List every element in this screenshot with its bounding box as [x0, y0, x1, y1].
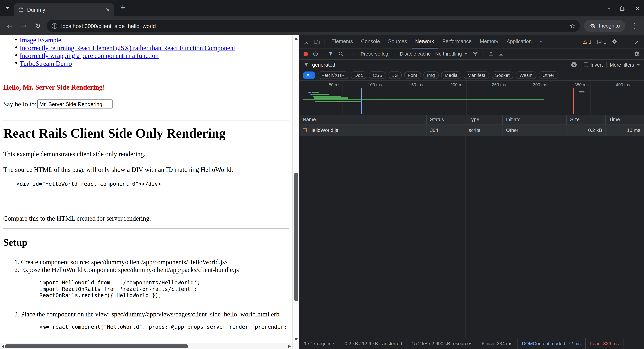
- filter-toggle-button[interactable]: [328, 51, 334, 57]
- warning-badge[interactable]: ⚠ 1: [583, 39, 592, 44]
- chevron-down-icon: [6, 7, 9, 9]
- divider: [323, 51, 323, 57]
- console-message-badge[interactable]: 1: [597, 39, 606, 45]
- filter-chip-fetch-xhr[interactable]: Fetch/XHR: [318, 72, 348, 79]
- column-header-status[interactable]: Status: [427, 115, 465, 125]
- network-overview-waterfall[interactable]: 50 ms 100 ms 150 ms 200 ms 250 ms 300 ms…: [299, 81, 644, 115]
- say-hello-input[interactable]: [38, 100, 112, 109]
- filter-chip-media[interactable]: Media: [441, 72, 461, 79]
- ruler-label: 300 ms: [523, 82, 547, 87]
- code-snippet: <%= react_component("HelloWorld", props:…: [40, 324, 292, 330]
- domcontentloaded-time: DOMContentLoaded: 72 ms: [518, 338, 586, 349]
- tab-performance[interactable]: Performance: [438, 35, 475, 48]
- filter-chip-img[interactable]: Img: [423, 72, 438, 79]
- filter-chip-css[interactable]: CSS: [369, 72, 386, 79]
- page-link[interactable]: Incorrectly wrapping a pure component in…: [20, 52, 159, 60]
- filter-chip-js[interactable]: JS: [388, 72, 402, 79]
- list-bullet: •: [14, 60, 18, 67]
- devtools-close-button[interactable]: ×: [634, 39, 639, 45]
- export-har-button[interactable]: [498, 51, 504, 57]
- gridline: [384, 81, 384, 115]
- tab-search-button[interactable]: [3, 4, 12, 12]
- network-request-row[interactable]: HelloWorld.js 304 script Other 0.2 kB 16…: [299, 125, 644, 136]
- disable-cache-checkbox[interactable]: Disable cache: [393, 51, 431, 57]
- more-filters-button[interactable]: More filters: [610, 62, 640, 68]
- code-line: ReactOnRails.register({ HelloWorld });: [40, 292, 162, 298]
- web-page: • Image Example • Incorrectly returning …: [0, 36, 292, 343]
- scroll-right-arrow[interactable]: [288, 345, 291, 348]
- section-heading: Setup: [3, 237, 28, 248]
- preserve-log-checkbox[interactable]: Preserve log: [354, 51, 388, 57]
- throttling-select[interactable]: No throttling: [435, 51, 468, 57]
- browser-menu-button[interactable]: ⋮: [629, 23, 639, 29]
- chevron-down-icon: [636, 64, 640, 66]
- vertical-scrollbar[interactable]: [292, 36, 299, 343]
- filter-chip-font[interactable]: Font: [404, 72, 421, 79]
- waterfall-bar: [313, 94, 330, 95]
- vertical-scrollbar-thumb[interactable]: [294, 173, 298, 301]
- invert-checkbox[interactable]: Invert: [584, 62, 603, 68]
- network-settings-button[interactable]: [634, 51, 640, 57]
- reload-button[interactable]: ↻: [33, 22, 43, 29]
- filter-chip-doc[interactable]: Doc: [351, 72, 366, 79]
- restore-button[interactable]: [620, 6, 625, 11]
- tab-sources[interactable]: Sources: [384, 35, 410, 48]
- window-close-button[interactable]: ×: [635, 5, 640, 11]
- tab-network[interactable]: Network: [412, 35, 438, 48]
- column-header-initiator[interactable]: Initiator: [503, 115, 567, 125]
- scroll-down-arrow[interactable]: [294, 338, 298, 341]
- ruler-label: 50 ms: [317, 82, 340, 87]
- filter-chip-all[interactable]: All: [303, 72, 315, 79]
- divider: [3, 75, 289, 75]
- filter-row: generated × Invert More filters: [299, 60, 644, 70]
- paragraph: This example demonstrates client side on…: [3, 150, 146, 158]
- tab-close-button[interactable]: ×: [106, 7, 110, 13]
- scroll-left-arrow[interactable]: [2, 345, 4, 348]
- search-icon[interactable]: [338, 51, 344, 57]
- tab-title: Dummy: [27, 7, 102, 13]
- filter-input[interactable]: generated ×: [312, 61, 576, 69]
- filter-clear-button[interactable]: ×: [571, 62, 576, 68]
- ruler-line: [299, 89, 644, 89]
- more-tabs-button[interactable]: »: [536, 35, 547, 48]
- request-type: script: [466, 125, 503, 136]
- horizontal-scrollbar-thumb[interactable]: [5, 344, 188, 348]
- record-button[interactable]: [304, 52, 308, 56]
- request-initiator: Other: [503, 125, 567, 136]
- column-header-type[interactable]: Type: [466, 115, 503, 125]
- back-button[interactable]: ←: [5, 22, 15, 29]
- page-link[interactable]: Image Example: [20, 37, 61, 44]
- filter-chip-socket[interactable]: Socket: [492, 72, 513, 79]
- network-conditions-button[interactable]: [472, 51, 479, 57]
- device-toolbar-button[interactable]: [314, 39, 320, 45]
- tab-application[interactable]: Application: [503, 35, 536, 48]
- clear-button[interactable]: [312, 51, 318, 57]
- column-header-size[interactable]: Size: [567, 115, 606, 125]
- minimize-button[interactable]: –: [608, 5, 610, 11]
- scroll-up-arrow[interactable]: [294, 38, 298, 40]
- page-link[interactable]: TurboStream Demo: [20, 60, 72, 68]
- tab-elements[interactable]: Elements: [328, 35, 356, 48]
- bookmark-star-icon[interactable]: ☆: [570, 23, 575, 29]
- horizontal-scrollbar[interactable]: [0, 343, 292, 349]
- import-har-button[interactable]: [488, 51, 494, 57]
- filter-chip-manifest[interactable]: Manifest: [464, 72, 489, 79]
- forward-button[interactable]: →: [19, 22, 29, 29]
- page-link[interactable]: Incorrectly returning React Element (JSX…: [20, 44, 235, 52]
- devtools-settings-button[interactable]: [612, 39, 618, 45]
- tab-memory[interactable]: Memory: [476, 35, 502, 48]
- new-tab-button[interactable]: +: [120, 4, 126, 11]
- waterfall-bar: [314, 96, 342, 98]
- column-header-time[interactable]: Time: [606, 115, 644, 125]
- list-bullet: •: [14, 37, 18, 43]
- browser-tab[interactable]: Dummy ×: [14, 3, 114, 17]
- column-header-name[interactable]: Name: [299, 115, 427, 125]
- address-bar[interactable]: ⓘ localhost:3000/client_side_hello_world…: [47, 20, 580, 32]
- divider: [324, 39, 324, 45]
- filter-chip-other[interactable]: Other: [539, 72, 558, 79]
- inspect-element-button[interactable]: [303, 39, 309, 45]
- devtools-menu-button[interactable]: ⋮: [623, 39, 629, 45]
- tab-console[interactable]: Console: [358, 35, 384, 48]
- page-info-icon[interactable]: ⓘ: [52, 23, 58, 29]
- filter-chip-wasm[interactable]: Wasm: [516, 72, 536, 79]
